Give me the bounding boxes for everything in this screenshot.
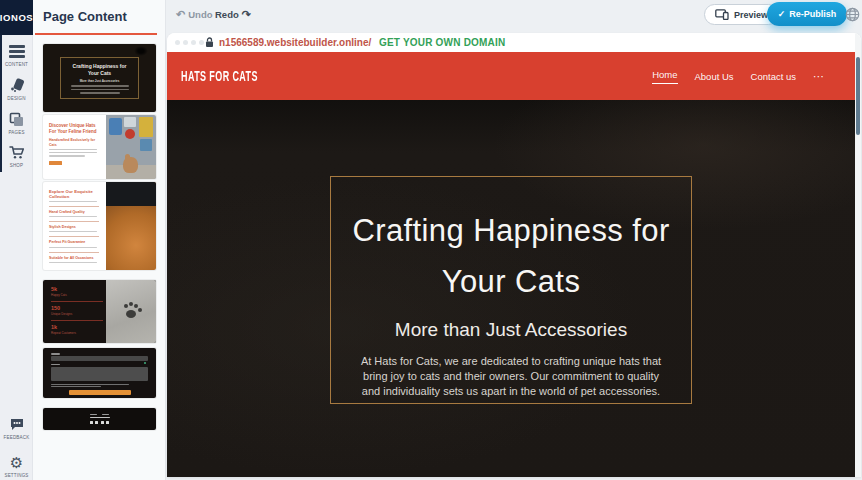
rail-active-indicator [0,35,2,172]
site-logo[interactable]: HATS FOR CATS [181,68,258,84]
design-brush-icon [0,77,33,94]
hero-title[interactable]: Crafting Happiness for Your Cats [352,205,669,307]
sidebar-item-design[interactable]: DESIGN [0,77,33,101]
redo-button[interactable]: Redo↷ [215,8,251,21]
hero-body-text[interactable]: At Hats for Cats, we are dedicated to cr… [357,354,665,399]
nav-about[interactable]: About Us [695,71,734,82]
undo-icon: ↶ [176,8,185,20]
window-control-dots [175,40,204,45]
section-thumb-stats[interactable]: 5k Happy Cats 150 Unique Designs 1k Repe… [43,280,156,343]
scrollbar-thumb[interactable] [856,57,860,135]
sidebar-item-settings[interactable]: ⚙ SETTINGS [0,454,33,478]
hero-border-box: Crafting Happiness for Your Cats More th… [330,176,692,404]
section-thumb-hero[interactable]: Crafting Happiness for Your Cats More th… [43,44,156,112]
feedback-bubble-icon [0,416,33,433]
thumb-cta-button [49,161,62,166]
settings-gear-icon: ⚙ [0,454,33,471]
sidebar-item-pages[interactable]: PAGES [0,111,33,135]
nav-contact[interactable]: Contact us [751,71,796,82]
browser-chrome-bar: n1566589.websitebuilder.online/ GET YOUR… [167,33,861,52]
panel-title: Page Content [43,9,127,24]
check-icon: ✓ [778,9,786,19]
lock-icon [205,37,214,48]
left-rail: CONTENT DESIGN PAGES SHOP FEEDBACK [0,35,33,480]
shop-cart-icon [0,144,33,161]
site-url-link[interactable]: n1566589.websitebuilder.online/ [219,37,371,48]
thumb-cat-shadow [134,46,148,56]
editor-toolbar: ↶Undo Redo↷ Preview ✓ Re-Publish [166,0,862,30]
app-root: IONOS CONTENT DESIGN PAGES SHOP [0,0,862,480]
thumb-submit-button [69,390,131,395]
section-thumb-collection[interactable]: Explore Our Exquisite Collection Hand Cr… [43,182,156,270]
thumb-pawprint-image [106,280,156,343]
sidebar-item-shop[interactable]: SHOP [0,144,33,168]
hero-subtitle[interactable]: More than Just Accessories [395,319,627,341]
sidebar-item-feedback[interactable]: FEEDBACK [0,416,33,440]
thumb-input-bar [51,356,148,361]
thumb-hero-border-box: Crafting Happiness for Your Cats More th… [60,57,139,99]
section-thumb-contact-form[interactable] [43,348,156,398]
undo-button[interactable]: ↶Undo [176,8,213,21]
site-preview-window: n1566589.websitebuilder.online/ GET YOUR… [167,33,861,477]
nav-home[interactable]: Home [652,69,677,84]
thumb-social-icons [90,421,110,424]
section-thumb-footer[interactable] [43,408,156,430]
thumb-cat-mural-image [106,115,156,179]
ionos-logo: IONOS [0,0,33,35]
redo-icon: ↷ [242,8,251,20]
hero-section[interactable]: Crafting Happiness for Your Cats More th… [167,100,855,477]
page-content-panel: Page Content Crafting Happiness for Your… [33,0,166,480]
sidebar-item-content[interactable]: CONTENT [0,43,33,67]
devices-icon [715,9,729,20]
preview-scrollbar [855,33,861,477]
pages-icon [0,111,33,128]
republish-button[interactable]: ✓ Re-Publish [767,2,847,26]
nav-more-icon[interactable]: ⋯ [813,70,825,83]
section-thumb-discover[interactable]: Discover Unique Hats For Your Feline Fri… [43,115,156,179]
thumb-textarea-bar [51,367,148,381]
globe-language-icon[interactable] [845,7,860,26]
content-lines-icon [0,43,33,60]
panel-accent-underline [35,33,157,35]
get-domain-link[interactable]: GET YOUR OWN DOMAIN [379,37,505,48]
site-header: HATS FOR CATS Home About Us Contact us ⋯ [167,52,861,100]
site-nav: Home About Us Contact us ⋯ [652,69,825,84]
thumb-ginger-cat-image [106,182,156,270]
